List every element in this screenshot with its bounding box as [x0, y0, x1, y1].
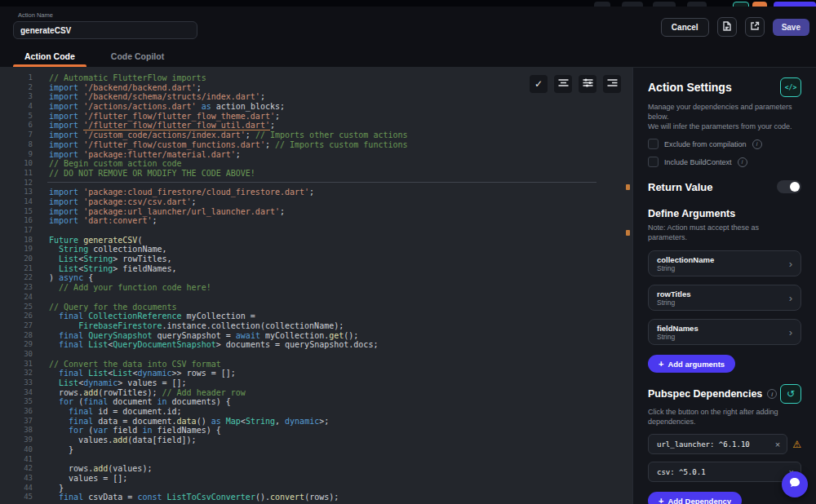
code-line[interactable]: 15import 'package:url_launcher/url_launc…: [0, 207, 632, 217]
code-line[interactable]: 5import '/flutter_flow/flutter_flow_them…: [0, 112, 632, 122]
argument-type: String: [657, 333, 698, 341]
argument-card-fieldNames[interactable]: fieldNames String ›: [648, 319, 801, 345]
add-dependency-button[interactable]: + Add Dependency: [648, 492, 742, 504]
code-line[interactable]: 9import 'package:flutter/material.dart';: [0, 150, 632, 160]
code-line[interactable]: 41: [0, 455, 632, 465]
line-number: 35: [0, 397, 39, 407]
include-buildcontext-row: Include BuildContext i: [648, 157, 801, 167]
argument-card-collectionName[interactable]: collectionName String ›: [648, 250, 801, 276]
save-button[interactable]: Save: [773, 19, 809, 36]
info-icon[interactable]: i: [738, 157, 747, 167]
code-line[interactable]: 42 rows.add(values);: [0, 464, 632, 474]
include-buildcontext-checkbox[interactable]: [648, 157, 659, 167]
code-line[interactable]: 44 }: [0, 484, 632, 493]
chevron-right-icon: ›: [789, 326, 792, 338]
code-line[interactable]: 17: [0, 226, 632, 236]
code-line[interactable]: 40 }: [0, 445, 632, 455]
cancel-button[interactable]: Cancel: [661, 18, 709, 37]
publish-code-button[interactable]: [717, 17, 737, 37]
code-line[interactable]: 33 List<dynamic> values = [];: [0, 378, 632, 388]
check-code-button[interactable]: ✓: [530, 75, 548, 93]
warning-icon[interactable]: ⚠: [792, 440, 801, 449]
code-icon: </>: [785, 84, 796, 91]
code-line[interactable]: 31// Convert the data into CSV format: [0, 360, 632, 369]
code-line[interactable]: 14import 'package:csv/csv.dart';: [0, 197, 632, 207]
format-code-button[interactable]: [554, 75, 572, 93]
code-line[interactable]: 6import '/flutter_flow/flutter_flow_util…: [0, 121, 632, 130]
define-arguments-note: Note: Action must accept these as parame…: [648, 223, 800, 242]
code-line[interactable]: 24: [0, 293, 632, 303]
code-line[interactable]: 11// DO NOT REMOVE OR MODIFY THE CODE AB…: [0, 169, 632, 179]
code-line[interactable]: 28 final QuerySnapshot querySnapshot = a…: [0, 331, 632, 341]
code-editor[interactable]: 1// Automatic FlutterFlow imports2import…: [0, 68, 632, 504]
code-line[interactable]: 13import 'package:cloud_firestore/cloud_…: [0, 188, 632, 197]
exclude-compilation-checkbox[interactable]: [648, 139, 659, 149]
code-line[interactable]: 35 for (final document in documents) {: [0, 397, 632, 407]
code-line[interactable]: 16import 'dart:convert';: [0, 216, 632, 226]
open-external-button[interactable]: [745, 17, 765, 37]
line-number: 25: [0, 303, 39, 312]
code-line[interactable]: 37 final data = document.data() as Map<S…: [0, 417, 632, 427]
chat-bubble-icon: [788, 476, 801, 493]
code-line[interactable]: 26 final CollectionReference myCollectio…: [0, 312, 632, 321]
line-number: 20: [0, 254, 39, 264]
close-icon[interactable]: ×: [775, 440, 780, 449]
refresh-dependencies-button[interactable]: ↺: [780, 384, 801, 404]
argument-card-rowTitles[interactable]: rowTitles String ›: [648, 285, 801, 311]
chat-support-button[interactable]: [782, 471, 808, 497]
line-number: 6: [0, 121, 39, 130]
code-line[interactable]: 30: [0, 350, 632, 360]
code-line[interactable]: 3import '/backend/schema/structs/index.d…: [0, 92, 632, 102]
code-line[interactable]: 43 values = [];: [0, 474, 632, 484]
code-line[interactable]: 39 values.add(data[field]);: [0, 435, 632, 445]
panel-title: Action Settings: [648, 81, 732, 94]
code-line[interactable]: 25// Query for the documents: [0, 303, 632, 312]
code-line[interactable]: 18Future generateCSV(: [0, 236, 632, 245]
tab-bar: Action Code Code Copilot: [0, 45, 816, 68]
info-icon[interactable]: i: [767, 389, 777, 399]
line-number: 40: [0, 445, 39, 455]
code-line[interactable]: 22) async {: [0, 273, 632, 283]
code-line[interactable]: 10// Begin custom action code: [0, 159, 632, 169]
code-line[interactable]: 12: [0, 179, 632, 188]
action-name-input[interactable]: [13, 21, 197, 39]
code-line[interactable]: 8import '/flutter_flow/custom_functions.…: [0, 140, 632, 150]
add-arguments-button[interactable]: + Add arguments: [648, 355, 735, 373]
checkbox-label: Include BuildContext: [664, 158, 732, 166]
line-number: 41: [0, 455, 39, 465]
line-number: 4: [0, 102, 39, 112]
code-line[interactable]: 23 // Add your function code here!: [0, 283, 632, 293]
code-line[interactable]: 27 FirebaseFirestore.instance.collection…: [0, 321, 632, 331]
code-line[interactable]: 45 final csvData = const ListToCsvConver…: [0, 493, 632, 502]
dependency-input-url-launcher[interactable]: [655, 440, 772, 449]
code-line[interactable]: 29 final List<QueryDocumentSnapshot> doc…: [0, 340, 632, 350]
line-number: 30: [0, 350, 39, 360]
word-wrap-button[interactable]: [603, 75, 621, 93]
code-settings-button[interactable]: [579, 75, 596, 93]
line-number: 45: [0, 493, 39, 502]
code-line[interactable]: 38 for (var field in fieldNames) {: [0, 426, 632, 435]
tab-code-copilot[interactable]: Code Copilot: [100, 45, 175, 67]
return-value-toggle[interactable]: [777, 180, 801, 193]
top-toolbar: [0, 0, 816, 7]
line-number: 21: [0, 264, 39, 274]
code-line[interactable]: 21 List<String> fieldNames,: [0, 264, 632, 274]
tab-action-code[interactable]: Action Code: [13, 45, 86, 67]
add-arguments-label: Add arguments: [667, 360, 725, 369]
line-number: 33: [0, 378, 39, 388]
info-icon[interactable]: i: [752, 139, 762, 149]
code-lines: 1// Automatic FlutterFlow imports2import…: [0, 68, 632, 502]
code-line[interactable]: 19 String collectionName,: [0, 245, 632, 254]
code-line[interactable]: 36 final id = document.id;: [0, 407, 632, 417]
code-line[interactable]: 34 rows.add(rowTitles); // Add header ro…: [0, 388, 632, 398]
line-number: 32: [0, 369, 39, 378]
view-code-button[interactable]: </>: [780, 77, 801, 97]
code-line[interactable]: 4import '/actions/actions.dart' as actio…: [0, 102, 632, 112]
code-line[interactable]: 20 List<String> rowTitles,: [0, 254, 632, 264]
dependency-input-wrap: ×: [648, 434, 787, 454]
undo-icon: ↺: [787, 388, 795, 400]
main-content: 1// Automatic FlutterFlow imports2import…: [0, 68, 816, 504]
code-line[interactable]: 7import '/custom_code/actions/index.dart…: [0, 130, 632, 140]
code-line[interactable]: 32 final List<List<dynamic>> rows = [];: [0, 369, 632, 378]
dependency-input-csv[interactable]: [655, 467, 786, 477]
